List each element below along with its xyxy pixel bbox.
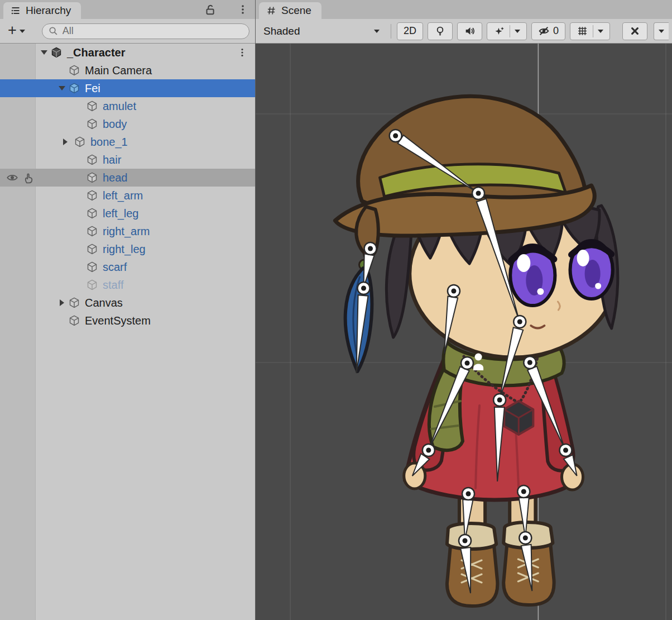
hierarchy-tree: _Character Main Camera Fei — [0, 44, 255, 620]
2d-label: 2D — [404, 25, 416, 37]
overflow-dropdown-button[interactable] — [654, 22, 669, 40]
scene-toolbar: Shaded 2D — [256, 19, 672, 44]
panel-menu-kebab-icon[interactable] — [237, 3, 248, 16]
2d-toggle-button[interactable]: 2D — [397, 22, 423, 40]
lightbulb-icon — [434, 25, 446, 37]
hierarchy-tab-label: Hierarchy — [26, 4, 71, 17]
item-label: hair — [103, 154, 121, 166]
item-label: right_arm — [103, 225, 150, 238]
scene-panel: Scene Shaded 2D — [256, 0, 672, 620]
expand-arrow-icon[interactable] — [38, 50, 50, 55]
hidden-count: 0 — [553, 25, 559, 37]
left-boot-sprite — [447, 523, 497, 606]
scene-tabbar: Scene — [256, 0, 672, 19]
item-label: Main Camera — [85, 64, 152, 77]
hierarchy-item-amulet[interactable]: amulet — [0, 97, 255, 115]
chevron-down-icon — [515, 30, 520, 33]
button-divider — [510, 25, 510, 37]
hidden-objects-button[interactable]: 0 — [531, 22, 565, 40]
search-field[interactable] — [42, 23, 249, 39]
lighting-toggle-button[interactable] — [428, 22, 453, 40]
audio-toggle-button[interactable] — [457, 22, 482, 40]
effects-toggle-button[interactable] — [487, 22, 527, 40]
hierarchy-item-staff[interactable]: staff — [0, 276, 255, 294]
cube-icon — [86, 171, 98, 184]
unity-logo-icon — [50, 46, 63, 59]
cube-icon — [86, 100, 98, 112]
item-label: left_arm — [103, 189, 143, 202]
cube-icon — [86, 225, 98, 237]
tab-scene[interactable]: Scene — [259, 2, 321, 19]
cube-icon — [86, 279, 98, 291]
hierarchy-item-scarf[interactable]: scarf — [0, 258, 255, 276]
prefab-cube-icon — [68, 82, 80, 94]
cube-icon — [68, 64, 80, 77]
item-label: bone_1 — [90, 136, 128, 149]
plus-icon: + — [8, 23, 17, 38]
button-divider — [593, 25, 593, 37]
search-input[interactable] — [63, 25, 243, 37]
hierarchy-panel: Hierarchy + — [0, 0, 256, 620]
item-label: Canvas — [85, 297, 123, 309]
cube-icon — [86, 243, 98, 255]
chevron-down-icon — [659, 30, 664, 33]
expand-arrow-icon[interactable] — [56, 299, 68, 306]
tool-settings-button[interactable] — [622, 22, 647, 40]
hierarchy-item-hair[interactable]: hair — [0, 151, 255, 169]
cube-icon — [86, 207, 98, 220]
item-label: staff — [103, 279, 123, 292]
add-gameobject-button[interactable]: + — [4, 25, 28, 38]
item-label: left_leg — [103, 207, 139, 220]
hierarchy-item-body[interactable]: body — [0, 115, 255, 133]
cube-icon — [86, 189, 98, 202]
hierarchy-item-head[interactable]: head — [0, 169, 255, 187]
cube-icon — [74, 136, 86, 148]
eye-slash-icon — [538, 25, 550, 37]
pickability-hand-icon[interactable] — [22, 171, 35, 187]
item-label: amulet — [103, 100, 136, 113]
item-label: Fei — [85, 82, 100, 95]
visibility-eye-icon[interactable] — [6, 171, 19, 187]
item-label: _Character — [67, 46, 126, 59]
hierarchy-item-left-arm[interactable]: left_arm — [0, 187, 255, 204]
cube-icon — [68, 297, 80, 309]
scene-tab-label: Scene — [281, 4, 311, 17]
character-sprite — [335, 96, 617, 606]
hierarchy-item-main-camera[interactable]: Main Camera — [0, 61, 255, 79]
hierarchy-item-eventsystem[interactable]: EventSystem — [0, 312, 255, 330]
hierarchy-item-bone-1[interactable]: bone_1 — [0, 133, 255, 151]
effects-sparkle-icon — [493, 25, 505, 37]
hierarchy-item-right-leg[interactable]: right_leg — [0, 240, 255, 258]
hierarchy-toolbar: + — [0, 19, 255, 44]
scene-canvas — [256, 44, 672, 620]
item-label: head — [103, 171, 128, 184]
item-label: EventSystem — [85, 314, 151, 327]
draw-mode-label: Shaded — [263, 25, 300, 37]
scene-viewport[interactable] — [256, 44, 672, 620]
unlock-icon[interactable] — [204, 3, 216, 16]
chevron-down-icon — [20, 30, 25, 33]
scene-grid-icon — [266, 5, 277, 16]
cube-icon — [86, 118, 98, 130]
chevron-down-icon — [374, 30, 380, 33]
hierarchy-item-left-leg[interactable]: left_leg — [0, 204, 255, 222]
hierarchy-item-fei[interactable]: Fei — [0, 79, 255, 97]
item-label: scarf — [103, 261, 127, 274]
hierarchy-item-right-arm[interactable]: right_arm — [0, 222, 255, 240]
tab-hierarchy[interactable]: Hierarchy — [3, 2, 81, 19]
cube-icon — [86, 154, 98, 166]
chevron-down-icon — [598, 30, 603, 33]
hierarchy-item-canvas[interactable]: Canvas — [0, 294, 255, 312]
hierarchy-list-icon — [10, 5, 21, 16]
grid-visibility-button[interactable] — [570, 22, 610, 40]
hierarchy-item-character[interactable]: _Character — [0, 44, 255, 61]
draw-mode-dropdown[interactable]: Shaded — [259, 22, 385, 40]
toolbar-separator — [391, 24, 391, 39]
expand-arrow-icon[interactable] — [59, 139, 71, 145]
item-label: right_leg — [103, 243, 146, 256]
expand-arrow-icon[interactable] — [56, 86, 68, 90]
search-icon — [48, 26, 59, 36]
item-options-kebab-icon[interactable] — [237, 46, 247, 61]
wrench-hammer-icon — [629, 25, 641, 37]
item-label: body — [103, 118, 127, 131]
